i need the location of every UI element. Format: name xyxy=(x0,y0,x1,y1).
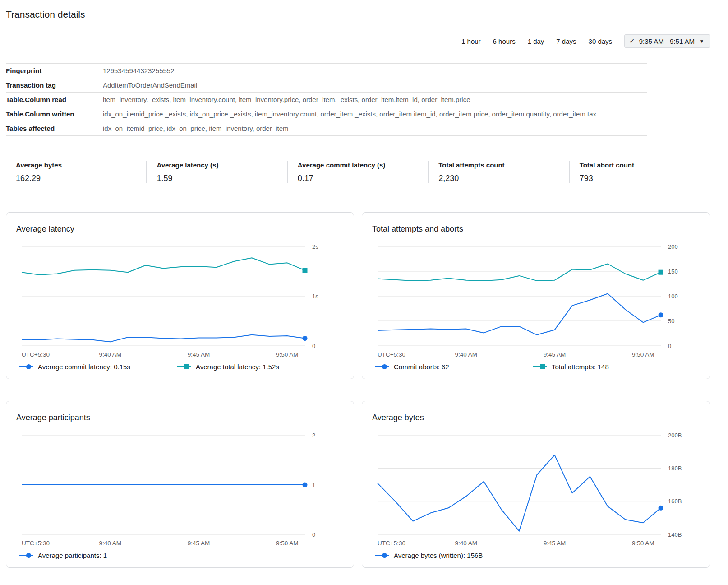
last-point-circle-marker xyxy=(303,336,308,341)
total-attempts-aborts-chart: 050100150200UTC+5:309:40 AM9:45 AM9:50 A… xyxy=(372,240,701,359)
svg-text:150: 150 xyxy=(668,268,678,275)
time-range-dropdown[interactable]: ✓ 9:35 AM - 9:51 AM ▼ xyxy=(624,34,710,48)
last-point-square-marker xyxy=(303,268,308,273)
svg-text:1s: 1s xyxy=(312,293,318,300)
svg-text:9:45 AM: 9:45 AM xyxy=(188,351,210,358)
svg-text:9:40 AM: 9:40 AM xyxy=(455,540,477,547)
last-point-circle-marker xyxy=(659,312,663,317)
legend-label: Commit aborts: 62 xyxy=(394,363,449,371)
page-title: Transaction details xyxy=(6,5,710,32)
average-bytes-plot: 140B160B180B200BUTC+5:309:40 AM9:45 AM9:… xyxy=(372,429,688,548)
dropdown-arrow-icon: ▼ xyxy=(700,39,704,44)
chart-legend: Average participants: 1 xyxy=(16,548,346,560)
stat-value: 162.29 xyxy=(16,174,146,183)
legend-circle-marker-icon xyxy=(19,364,33,369)
time-range-bar: 1 hour 6 hours 1 day 7 days 30 days ✓ 9:… xyxy=(6,34,710,48)
legend-circle-marker-icon xyxy=(19,553,33,558)
legend-item: Average commit latency: 0.15s xyxy=(19,363,150,371)
stat-value: 2,230 xyxy=(438,174,569,183)
details-value: idx_on_itemid_price, idx_on_price, item_… xyxy=(103,125,289,132)
chart-card-average-participants: Average participants 012UTC+5:309:40 AM9… xyxy=(6,401,354,568)
time-range-option-1-hour[interactable]: 1 hour xyxy=(461,37,481,45)
chart-card-average-latency: Average latency 01s2sUTC+5:309:40 AM9:45… xyxy=(6,212,354,379)
details-label: Transaction tag xyxy=(6,81,103,89)
chart-legend: Average bytes (written): 156B xyxy=(372,548,701,560)
svg-text:200: 200 xyxy=(668,243,678,250)
legend-item: Average total latency: 1.52s xyxy=(177,363,279,371)
svg-text:9:45 AM: 9:45 AM xyxy=(188,540,210,547)
stat-label: Average commit latency (s) xyxy=(298,161,428,169)
last-point-circle-marker xyxy=(303,483,308,488)
stats-row: Average bytes 162.29 Average latency (s)… xyxy=(6,155,710,191)
details-row-fingerprint: Fingerprint 1295345944323255552 xyxy=(6,64,647,78)
stat-label: Average latency (s) xyxy=(157,161,287,169)
chart-title: Average latency xyxy=(16,224,346,234)
total-attempts-aborts-series-line xyxy=(378,264,661,281)
details-value: item_inventory._exists, item_inventory.c… xyxy=(103,96,470,103)
legend-item: Average bytes (written): 156B xyxy=(375,552,506,559)
legend-label: Average total latency: 1.52s xyxy=(196,363,279,371)
legend-circle-marker-icon xyxy=(375,364,389,369)
average-bytes-series-line xyxy=(378,455,661,531)
legend-item: Commit aborts: 62 xyxy=(375,363,506,371)
selected-time-range-label: 9:35 AM - 9:51 AM xyxy=(639,37,695,45)
details-label: Table.Column written xyxy=(6,110,103,118)
svg-text:9:50 AM: 9:50 AM xyxy=(632,540,654,547)
chart-legend: Commit aborts: 62Total attempts: 148 xyxy=(372,359,701,371)
svg-text:200B: 200B xyxy=(668,432,682,439)
chart-card-total-attempts-aborts: Total attempts and aborts 050100150200UT… xyxy=(362,212,710,379)
svg-text:0: 0 xyxy=(312,343,315,349)
legend-item: Average participants: 1 xyxy=(19,552,150,559)
details-row-columns-read: Table.Column read item_inventory._exists… xyxy=(6,93,647,107)
average-participants-plot: 012UTC+5:309:40 AM9:45 AM9:50 AM xyxy=(16,429,332,548)
legend-label: Average participants: 1 xyxy=(38,552,107,559)
details-value: 1295345944323255552 xyxy=(103,67,175,74)
chart-legend: Average commit latency: 0.15sAverage tot… xyxy=(16,359,346,371)
chart-title: Average participants xyxy=(16,413,346,422)
legend-circle-marker-icon xyxy=(375,553,389,558)
svg-text:100: 100 xyxy=(668,293,678,300)
stat-label: Average bytes xyxy=(16,161,146,169)
details-row-tables-affected: Tables affected idx_on_itemid_price, idx… xyxy=(6,121,647,136)
svg-text:UTC+5:30: UTC+5:30 xyxy=(378,351,405,358)
average-participants-chart: 012UTC+5:309:40 AM9:45 AM9:50 AM xyxy=(16,429,346,548)
stat-label: Total attempts count xyxy=(438,161,569,169)
average-latency-plot: 01s2sUTC+5:309:40 AM9:45 AM9:50 AM xyxy=(16,240,332,359)
average-bytes-chart: 140B160B180B200BUTC+5:309:40 AM9:45 AM9:… xyxy=(372,429,701,548)
svg-text:9:50 AM: 9:50 AM xyxy=(632,351,654,358)
svg-text:180B: 180B xyxy=(668,465,682,472)
svg-text:9:50 AM: 9:50 AM xyxy=(276,351,299,358)
time-range-option-7-days[interactable]: 7 days xyxy=(556,37,576,45)
svg-text:9:40 AM: 9:40 AM xyxy=(99,540,121,547)
legend-label: Average commit latency: 0.15s xyxy=(38,363,130,371)
details-row-columns-written: Table.Column written idx_on_itemid_price… xyxy=(6,107,647,121)
legend-item: Total attempts: 148 xyxy=(533,363,609,371)
time-range-option-1-day[interactable]: 1 day xyxy=(528,37,544,45)
chart-title: Average bytes xyxy=(372,413,701,422)
time-range-option-6-hours[interactable]: 6 hours xyxy=(493,37,516,45)
legend-square-marker-icon xyxy=(533,364,547,369)
svg-text:50: 50 xyxy=(668,318,674,325)
stat-value: 793 xyxy=(580,174,710,183)
average-latency-series-line xyxy=(22,335,305,342)
total-attempts-aborts-plot: 050100150200UTC+5:309:40 AM9:45 AM9:50 A… xyxy=(372,240,688,359)
svg-text:9:45 AM: 9:45 AM xyxy=(544,540,566,547)
svg-text:UTC+5:30: UTC+5:30 xyxy=(22,351,50,358)
legend-label: Total attempts: 148 xyxy=(552,363,609,371)
stat-average-bytes: Average bytes 162.29 xyxy=(6,161,146,183)
svg-text:140B: 140B xyxy=(668,531,682,538)
svg-text:0: 0 xyxy=(312,531,315,538)
chart-card-average-bytes: Average bytes 140B160B180B200BUTC+5:309:… xyxy=(362,401,710,568)
average-latency-series-line xyxy=(22,258,305,274)
last-point-circle-marker xyxy=(659,506,663,511)
svg-text:0: 0 xyxy=(668,343,671,349)
stat-value: 1.59 xyxy=(157,174,287,183)
stat-value: 0.17 xyxy=(298,174,428,183)
svg-text:2s: 2s xyxy=(312,243,318,250)
details-table: Fingerprint 1295345944323255552 Transact… xyxy=(6,63,647,136)
total-attempts-aborts-series-line xyxy=(378,294,661,335)
last-point-square-marker xyxy=(659,270,663,275)
time-range-option-30-days[interactable]: 30 days xyxy=(589,37,613,45)
svg-text:UTC+5:30: UTC+5:30 xyxy=(22,540,50,547)
stat-total-aborts: Total abort count 793 xyxy=(569,161,710,183)
